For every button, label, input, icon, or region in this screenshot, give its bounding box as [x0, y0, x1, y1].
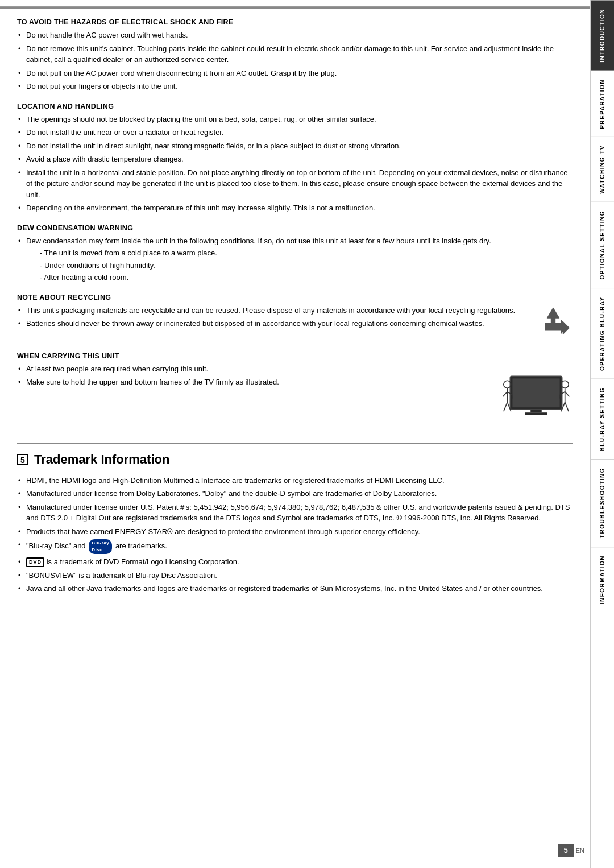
- list-item: HDMI, the HDMI logo and High-Definition …: [17, 475, 573, 486]
- sidebar-tab-blu-ray-setting[interactable]: BLU-RAY SETTING: [591, 379, 614, 460]
- sidebar-tab-operating-blu-ray[interactable]: OPERATING BLU-RAY: [591, 288, 614, 379]
- sidebar-tab-troubleshooting[interactable]: TROUBLESHOOTING: [591, 459, 614, 546]
- svg-rect-3: [525, 412, 547, 415]
- list-item: Do not put your fingers or objects into …: [17, 81, 573, 92]
- list-item: Avoid a place with drastic temperature c…: [17, 154, 573, 165]
- carrying-illustration: [499, 363, 573, 426]
- list-item: Make sure to hold the upper and bottom f…: [17, 377, 488, 388]
- electrical-list: Do not handle the AC power cord with wet…: [17, 30, 573, 92]
- list-item: Dew condensation may form inside the uni…: [17, 235, 573, 283]
- list-item: Install the unit in a horizontal and sta…: [17, 167, 573, 201]
- svg-line-15: [565, 402, 569, 411]
- sidebar-tab-preparation[interactable]: PREPARATION: [591, 71, 614, 137]
- list-item: Do not install the unit near or over a r…: [17, 127, 573, 138]
- page-number-area: 5 EN: [558, 844, 584, 857]
- list-item: This unit's packaging materials are recy…: [17, 305, 522, 316]
- dew-sub-2: - Under conditions of high humidity.: [26, 260, 573, 271]
- recycling-section: NOTE ABOUT RECYCLING This unit's packagi…: [17, 294, 573, 342]
- checkbox-icon: 5: [17, 454, 28, 465]
- trademark-heading: 5 Trademark Information: [17, 452, 573, 467]
- list-item: Batteries should never be thrown away or…: [17, 318, 522, 329]
- carrying-title: WHEN CARRYING THIS UNIT: [17, 352, 573, 360]
- list-item: Manufactured under license under U.S. Pa…: [17, 502, 573, 524]
- list-item: Do not handle the AC power cord with wet…: [17, 30, 573, 41]
- list-item: At least two people are required when ca…: [17, 363, 488, 375]
- recycle-text: This unit's packaging materials are recy…: [17, 305, 522, 332]
- svg-rect-2: [530, 410, 542, 412]
- recycle-area: This unit's packaging materials are recy…: [17, 305, 573, 342]
- list-item: Java and all other Java trademarks and l…: [17, 583, 573, 594]
- list-item: The openings should not be blocked by pl…: [17, 114, 573, 125]
- list-item: "BONUSVIEW" is a trademark of Blu-ray Di…: [17, 570, 573, 581]
- dvd-logo: DVD: [26, 557, 44, 568]
- svg-line-6: [503, 391, 508, 396]
- svg-line-16: [512, 395, 513, 399]
- svg-line-13: [565, 391, 570, 396]
- list-item: Do not pull on the AC power cord when di…: [17, 68, 573, 79]
- carrying-text: At least two people are required when ca…: [17, 363, 488, 390]
- dew-sub-1: - The unit is moved from a cold place to…: [26, 247, 573, 259]
- sidebar: INTRODUCTION PREPARATION WATCHING TV OPT…: [590, 0, 614, 868]
- trademark-title: Trademark Information: [34, 452, 169, 467]
- svg-line-17: [560, 395, 561, 399]
- page-number: 5: [558, 844, 573, 857]
- list-item: Do not remove this unit's cabinet. Touch…: [17, 43, 573, 65]
- recycle-icon: [533, 302, 573, 342]
- electrical-title: TO AVOID THE HAZARDS OF ELECTRICAL SHOCK…: [17, 18, 573, 26]
- carrying-area: At least two people are required when ca…: [17, 363, 573, 426]
- dew-title: DEW CONDENSATION WARNING: [17, 224, 573, 232]
- dew-section: DEW CONDENSATION WARNING Dew condensatio…: [17, 224, 573, 283]
- location-section: LOCATION AND HANDLING The openings shoul…: [17, 102, 573, 214]
- dew-list: Dew condensation may form inside the uni…: [17, 235, 573, 283]
- list-item: DVD is a trademark of DVD Format/Logo Li…: [17, 556, 573, 568]
- blu-ray-logo: Blu-rayDisc: [89, 539, 112, 554]
- trademark-section: 5 Trademark Information HDMI, the HDMI l…: [17, 443, 573, 594]
- location-list: The openings should not be blocked by pl…: [17, 114, 573, 214]
- page-lang: EN: [576, 847, 584, 854]
- sidebar-tab-optional-setting[interactable]: OPTIONAL SETTING: [591, 202, 614, 288]
- list-item: Depending on the environment, the temper…: [17, 202, 573, 214]
- location-title: LOCATION AND HANDLING: [17, 102, 573, 110]
- recycling-title: NOTE ABOUT RECYCLING: [17, 294, 573, 301]
- list-item: "Blu-ray Disc" and Blu-rayDisc are trade…: [17, 539, 573, 554]
- electrical-section: TO AVOID THE HAZARDS OF ELECTRICAL SHOCK…: [17, 18, 573, 92]
- main-content: TO AVOID THE HAZARDS OF ELECTRICAL SHOCK…: [0, 6, 590, 868]
- carrying-section: WHEN CARRYING THIS UNIT At least two peo…: [17, 352, 573, 426]
- list-item: Manufactured under license from Dolby La…: [17, 488, 573, 499]
- sidebar-tab-information[interactable]: INFORMATION: [591, 547, 614, 612]
- svg-line-8: [504, 402, 508, 411]
- list-item: Do not install the unit in direct sunlig…: [17, 140, 573, 152]
- sidebar-tab-introduction[interactable]: INTRODUCTION: [591, 0, 614, 71]
- recycling-list: This unit's packaging materials are recy…: [17, 305, 522, 329]
- svg-rect-1: [512, 378, 559, 407]
- dew-sub-3: - After heating a cold room.: [26, 272, 573, 283]
- sidebar-tab-watching-tv[interactable]: WATCHING TV: [591, 137, 614, 202]
- list-item: Products that have earned ENERGY STAR® a…: [17, 526, 573, 538]
- trademark-list: HDMI, the HDMI logo and High-Definition …: [17, 475, 573, 594]
- carrying-list: At least two people are required when ca…: [17, 363, 488, 388]
